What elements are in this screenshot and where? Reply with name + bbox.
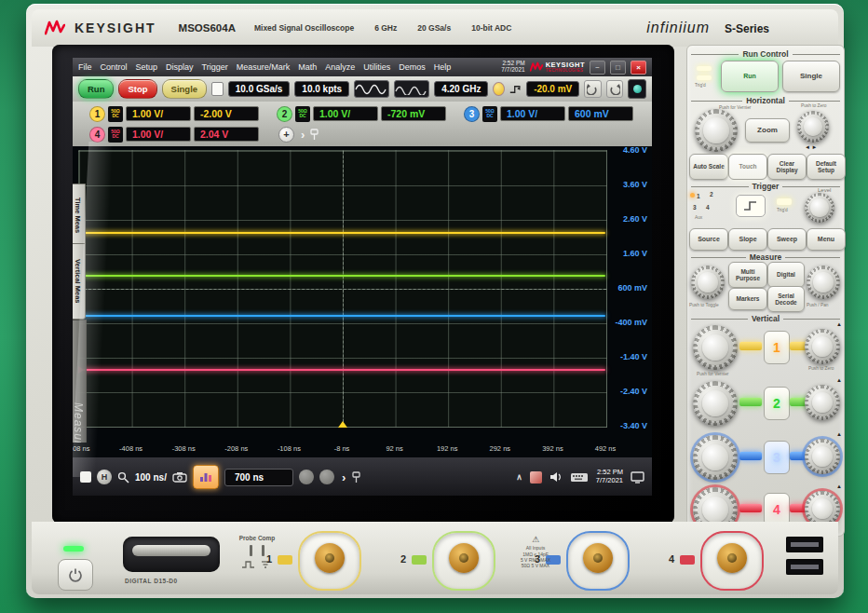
channel-2-trace[interactable] — [80, 275, 605, 277]
run-button[interactable]: Run — [78, 79, 114, 99]
channel-1-on-button[interactable]: 1 — [764, 331, 790, 364]
tab-vertical-measurements[interactable]: Vertical Meas — [73, 243, 86, 320]
horizontal-scale-knob[interactable] — [695, 109, 738, 152]
channel-3-scale-knob[interactable] — [693, 435, 738, 480]
touch-button[interactable]: Touch — [728, 154, 767, 180]
trigger-level-knob[interactable] — [805, 193, 834, 223]
menu-item-help[interactable]: Help — [434, 62, 452, 72]
horizontal-badge-icon[interactable]: H — [97, 470, 112, 484]
taskbar-chevron-icon[interactable]: › — [342, 470, 346, 484]
channel-2-scale-knob[interactable] — [693, 381, 738, 426]
digital-input-connector[interactable] — [123, 537, 220, 572]
histogram-tool-button[interactable] — [193, 465, 219, 489]
menu-item-demos[interactable]: Demos — [399, 62, 426, 72]
usb-port-top[interactable] — [786, 537, 823, 552]
add-waveform-button[interactable]: + — [278, 127, 294, 143]
channel-3-badge[interactable]: 3 — [464, 106, 480, 122]
channel-1-coupling[interactable]: 50ΩDC — [108, 106, 123, 122]
trigger-level-readout[interactable]: -20.0 mV — [526, 81, 579, 97]
speaker-icon[interactable] — [549, 471, 563, 483]
bandwidth-readout[interactable]: 4.20 GHz — [434, 81, 488, 97]
touch-toggle-button[interactable] — [628, 79, 646, 99]
menu-item-measure-mark[interactable]: Measure/Mark — [237, 62, 291, 72]
tray-expand-icon[interactable]: ∧ — [516, 472, 522, 482]
channel-3-offset[interactable]: 600 mV — [568, 106, 633, 121]
channel-3-trace[interactable] — [80, 315, 605, 317]
channel-4-trace[interactable] — [80, 369, 605, 371]
multi-purpose-button[interactable]: Multi Purpose — [728, 262, 767, 288]
serial-decode-button[interactable]: Serial Decode — [767, 286, 805, 312]
waveform-style-button-2[interactable] — [394, 80, 429, 98]
menu-item-setup[interactable]: Setup — [136, 62, 158, 72]
power-button[interactable] — [58, 559, 93, 591]
memory-depth-readout[interactable]: 10.0 kpts — [294, 81, 349, 97]
single-button-panel[interactable]: Single — [782, 61, 840, 92]
taskbar-clock[interactable]: 2:52 PM 7/7/2021 — [596, 469, 623, 484]
keyboard-icon[interactable] — [570, 471, 589, 483]
trigger-slope-menu-button[interactable]: Slope — [728, 228, 767, 251]
trigger-source-button[interactable]: Source — [689, 228, 728, 251]
channel-1-offset-knob[interactable] — [805, 329, 840, 364]
channel-4-coupling[interactable]: 50ΩDC — [108, 127, 123, 143]
pin-icon[interactable] — [309, 129, 319, 141]
maximize-button[interactable]: □ — [610, 61, 626, 75]
channel-3-coupling[interactable]: 50ΩDC — [482, 106, 497, 122]
channel-2-offset[interactable]: -720 mV — [381, 106, 446, 121]
menu-item-math[interactable]: Math — [298, 62, 317, 72]
channel-4-offset[interactable]: 2.04 V — [194, 127, 259, 142]
status-circle-icon[interactable] — [299, 470, 314, 484]
clear-display-button[interactable]: Clear Display — [767, 154, 807, 180]
marker-box-icon[interactable] — [211, 82, 224, 96]
channel-3-scale[interactable]: 1.00 V/ — [500, 106, 565, 121]
waveform-style-button[interactable] — [354, 80, 389, 98]
trigger-sweep-button[interactable]: Sweep — [767, 228, 807, 251]
measure-right-knob[interactable] — [807, 266, 840, 299]
close-button[interactable]: × — [631, 61, 646, 75]
channel-2-offset-knob[interactable] — [805, 385, 840, 420]
trigger-time-marker[interactable] — [338, 421, 347, 428]
status-circle-icon-2[interactable] — [319, 470, 334, 484]
menu-item-file[interactable]: File — [78, 62, 92, 72]
digital-button[interactable]: Digital — [767, 262, 805, 288]
markers-button[interactable]: Markers — [728, 288, 767, 310]
menu-item-analyze[interactable]: Analyze — [325, 62, 355, 72]
trigger-source-icon[interactable] — [493, 82, 505, 96]
rising-edge-icon[interactable] — [509, 83, 522, 96]
camera-icon[interactable] — [172, 471, 187, 483]
acquisition-range-readout[interactable]: 700 ns — [224, 469, 293, 486]
channel-3-offset-knob[interactable] — [805, 439, 840, 474]
menu-item-utilities[interactable]: Utilities — [363, 62, 390, 72]
stop-button[interactable]: Stop — [118, 79, 156, 99]
channel-2-scale[interactable]: 1.00 V/ — [313, 106, 378, 121]
channel-4-scale[interactable]: 1.00 V/ — [126, 127, 191, 142]
measure-left-knob[interactable] — [691, 266, 725, 299]
monitor-icon[interactable] — [631, 471, 644, 484]
channel-1-offset[interactable]: -2.00 V — [194, 106, 259, 121]
horizontal-position-knob[interactable] — [797, 111, 829, 143]
tray-app-icon[interactable] — [530, 471, 542, 484]
channel-1-badge[interactable]: 1 — [89, 106, 105, 122]
expand-chevron-icon[interactable]: › — [301, 128, 305, 142]
usb-port-bottom[interactable] — [786, 559, 823, 575]
default-setup-button[interactable]: Default Setup — [807, 154, 846, 180]
timebase-readout[interactable]: 100 ns/ — [135, 472, 167, 483]
single-button[interactable]: Single — [162, 79, 208, 99]
redo-button[interactable] — [606, 80, 623, 98]
run-stop-button[interactable]: Run — [721, 61, 779, 92]
pin-icon[interactable] — [351, 471, 361, 484]
trigger-slope-button[interactable] — [736, 195, 766, 217]
minimize-button[interactable]: − — [590, 61, 605, 75]
trigger-menu-button[interactable]: Menu — [807, 228, 846, 251]
graticule-grid[interactable] — [78, 150, 607, 428]
app-square-icon[interactable] — [80, 471, 91, 483]
channel-2-coupling[interactable]: 50ΩDC — [295, 106, 310, 122]
channel-3-on-button[interactable]: 3 — [764, 441, 790, 474]
channel-1-scale-knob[interactable] — [693, 325, 738, 370]
undo-button[interactable] — [584, 80, 601, 98]
channel-4-badge[interactable]: 4 — [89, 127, 105, 143]
channel-2-on-button[interactable]: 2 — [764, 387, 790, 420]
channel-2-badge[interactable]: 2 — [277, 106, 292, 122]
menu-item-display[interactable]: Display — [166, 62, 194, 72]
tab-time-measurements[interactable]: Time Meas — [73, 184, 86, 247]
autoscale-button[interactable]: Auto Scale — [689, 154, 728, 180]
